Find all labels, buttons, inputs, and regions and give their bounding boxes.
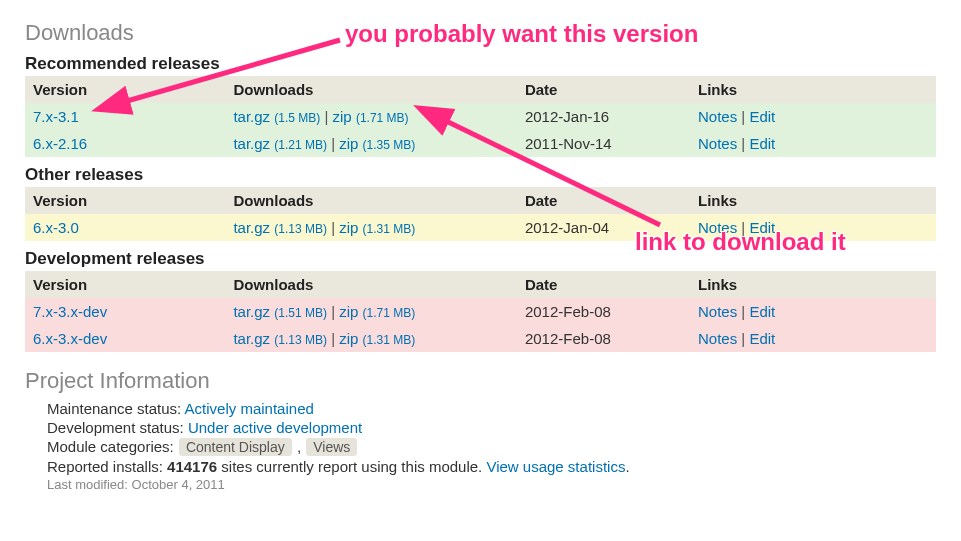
release-date: 2012-Jan-04 <box>517 214 690 241</box>
col-downloads: Downloads <box>225 187 517 214</box>
size-zip: (1.35 MB) <box>363 138 416 152</box>
size-zip: (1.31 MB) <box>363 222 416 236</box>
col-version: Version <box>25 187 225 214</box>
col-downloads: Downloads <box>225 76 517 103</box>
download-zip[interactable]: zip <box>339 219 358 236</box>
separator: | <box>324 108 332 125</box>
installs-tail: sites currently report using this module… <box>221 458 486 475</box>
maintenance-status-link[interactable]: Actively maintained <box>185 400 314 417</box>
maintenance-status-line: Maintenance status: Actively maintained <box>47 400 936 417</box>
download-targz[interactable]: tar.gz <box>233 108 270 125</box>
usage-statistics-link[interactable]: View usage statistics <box>486 458 625 475</box>
downloads-heading: Downloads <box>25 20 936 46</box>
version-link[interactable]: 6.x-2.16 <box>33 135 87 152</box>
notes-link[interactable]: Notes <box>698 135 737 152</box>
size-targz: (1.13 MB) <box>274 333 327 347</box>
recommended-table: Version Downloads Date Links 7.x-3.1 tar… <box>25 76 936 157</box>
development-label: Development status: <box>47 419 188 436</box>
release-date: 2012-Feb-08 <box>517 298 690 325</box>
table-header-row: Version Downloads Date Links <box>25 76 936 103</box>
categories-label: Module categories: <box>47 438 178 455</box>
col-date: Date <box>517 76 690 103</box>
col-date: Date <box>517 271 690 298</box>
size-targz: (1.5 MB) <box>274 111 320 125</box>
notes-link[interactable]: Notes <box>698 303 737 320</box>
edit-link[interactable]: Edit <box>749 135 775 152</box>
size-zip: (1.31 MB) <box>363 333 416 347</box>
col-version: Version <box>25 76 225 103</box>
edit-link[interactable]: Edit <box>749 330 775 347</box>
project-info-heading: Project Information <box>25 368 936 394</box>
table-row: 6.x-3.x-dev tar.gz (1.13 MB) | zip (1.31… <box>25 325 936 352</box>
download-zip[interactable]: zip <box>339 330 358 347</box>
other-heading: Other releases <box>25 165 936 185</box>
size-zip: (1.71 MB) <box>356 111 409 125</box>
table-row: 6.x-2.16 tar.gz (1.21 MB) | zip (1.35 MB… <box>25 130 936 157</box>
last-modified: Last modified: October 4, 2011 <box>47 477 936 492</box>
reported-installs-line: Reported installs: 414176 sites currentl… <box>47 458 936 475</box>
table-row: 7.x-3.1 tar.gz (1.5 MB) | zip (1.71 MB) … <box>25 103 936 130</box>
download-targz[interactable]: tar.gz <box>233 135 270 152</box>
size-targz: (1.51 MB) <box>274 306 327 320</box>
other-table: Version Downloads Date Links 6.x-3.0 tar… <box>25 187 936 241</box>
download-targz[interactable]: tar.gz <box>233 303 270 320</box>
table-row: 7.x-3.x-dev tar.gz (1.51 MB) | zip (1.71… <box>25 298 936 325</box>
module-categories-line: Module categories: Content Display , Vie… <box>47 438 936 456</box>
category-tag[interactable]: Content Display <box>179 438 292 456</box>
col-links: Links <box>690 187 936 214</box>
notes-link[interactable]: Notes <box>698 108 737 125</box>
category-tag[interactable]: Views <box>306 438 357 456</box>
development-status-link[interactable]: Under active development <box>188 419 362 436</box>
development-heading: Development releases <box>25 249 936 269</box>
download-zip[interactable]: zip <box>339 303 358 320</box>
col-version: Version <box>25 271 225 298</box>
version-link[interactable]: 7.x-3.1 <box>33 108 79 125</box>
version-link[interactable]: 7.x-3.x-dev <box>33 303 107 320</box>
download-targz[interactable]: tar.gz <box>233 219 270 236</box>
col-links: Links <box>690 271 936 298</box>
table-header-row: Version Downloads Date Links <box>25 187 936 214</box>
separator: | <box>331 330 339 347</box>
download-zip[interactable]: zip <box>339 135 358 152</box>
edit-link[interactable]: Edit <box>749 108 775 125</box>
edit-link[interactable]: Edit <box>749 219 775 236</box>
table-row: 6.x-3.0 tar.gz (1.13 MB) | zip (1.31 MB)… <box>25 214 936 241</box>
release-date: 2012-Feb-08 <box>517 325 690 352</box>
notes-link[interactable]: Notes <box>698 219 737 236</box>
period: . <box>625 458 629 475</box>
size-zip: (1.71 MB) <box>363 306 416 320</box>
release-date: 2012-Jan-16 <box>517 103 690 130</box>
download-targz[interactable]: tar.gz <box>233 330 270 347</box>
separator: | <box>331 219 339 236</box>
development-status-line: Development status: Under active develop… <box>47 419 936 436</box>
version-link[interactable]: 6.x-3.0 <box>33 219 79 236</box>
notes-link[interactable]: Notes <box>698 330 737 347</box>
col-date: Date <box>517 187 690 214</box>
development-table: Version Downloads Date Links 7.x-3.x-dev… <box>25 271 936 352</box>
version-link[interactable]: 6.x-3.x-dev <box>33 330 107 347</box>
col-links: Links <box>690 76 936 103</box>
installs-label: Reported installs: <box>47 458 167 475</box>
separator: | <box>331 135 339 152</box>
tag-separator: , <box>297 438 305 455</box>
table-header-row: Version Downloads Date Links <box>25 271 936 298</box>
separator: | <box>331 303 339 320</box>
recommended-heading: Recommended releases <box>25 54 936 74</box>
installs-count: 414176 <box>167 458 217 475</box>
release-date: 2011-Nov-14 <box>517 130 690 157</box>
edit-link[interactable]: Edit <box>749 303 775 320</box>
size-targz: (1.21 MB) <box>274 138 327 152</box>
col-downloads: Downloads <box>225 271 517 298</box>
download-zip[interactable]: zip <box>333 108 352 125</box>
size-targz: (1.13 MB) <box>274 222 327 236</box>
maintenance-label: Maintenance status: <box>47 400 185 417</box>
